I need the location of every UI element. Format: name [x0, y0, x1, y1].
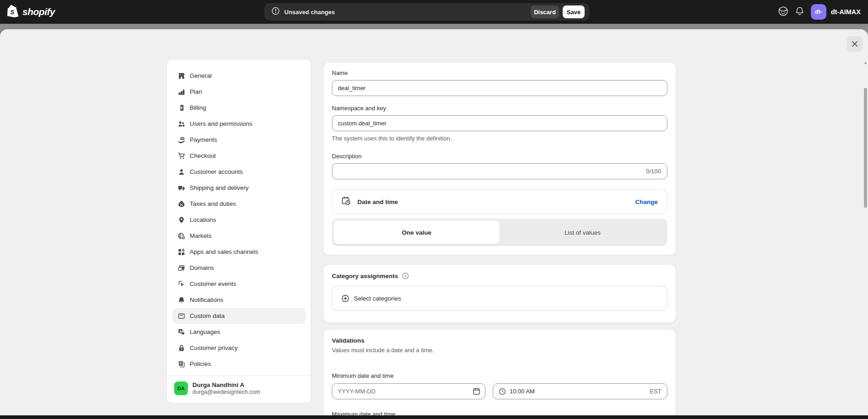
sidebar-item-locations[interactable]: Locations [172, 212, 306, 228]
sidebar-item-customer-privacy[interactable]: Customer privacy [172, 340, 306, 356]
sidebar-item-general[interactable]: General [172, 68, 306, 84]
sidebar-item-label: Apps and sales channels [190, 248, 258, 255]
store-avatar[interactable]: dt- [811, 4, 826, 20]
sidebar-item-label: Policies [190, 360, 211, 367]
sidebar-item-payments[interactable]: Payments [172, 132, 306, 148]
sidebar-item-policies[interactable]: Policies [172, 356, 306, 372]
content-type-row: Date and time Change [332, 189, 667, 214]
validations-title: Validations [332, 337, 364, 344]
name-label: Name [332, 70, 667, 76]
info-icon[interactable] [402, 272, 409, 279]
policies-icon [178, 360, 185, 368]
store-icon [178, 72, 185, 80]
namespace-label: Namespace and key [332, 105, 667, 112]
settings-modal: General Plan $ Billing Users and permiss… [0, 29, 868, 419]
user-email: durga@wedesigntech.com [192, 389, 260, 396]
save-button[interactable]: Save [563, 5, 585, 18]
min-time-select[interactable]: 10:00 AM EST [493, 383, 667, 399]
payments-icon [178, 136, 185, 144]
billing-icon: $ [178, 104, 185, 112]
cart-icon [178, 152, 185, 160]
validations-card: Validations Values must include a date a… [324, 330, 676, 419]
unsaved-changes-text: Unsaved changes [284, 9, 335, 16]
users-icon [178, 120, 185, 128]
discard-button[interactable]: Discard [531, 5, 559, 18]
description-counter: 0/100 [646, 163, 661, 179]
one-value-tab[interactable]: One value [334, 220, 500, 244]
sidebar-user[interactable]: DA Durga Nandhini A durga@wedesigntech.c… [167, 376, 311, 401]
select-categories-button[interactable]: Select categories [332, 286, 667, 311]
sidebar-item-customer-accounts[interactable]: Customer accounts [172, 164, 306, 180]
scroll-up-arrow[interactable]: ▲ [863, 61, 868, 65]
apps-grid-icon [178, 248, 185, 256]
sidebar-item-label: Domains [190, 264, 214, 271]
custom-data-icon [178, 312, 185, 320]
namespace-helper: The system uses this to identify the def… [332, 135, 667, 142]
sidebar-item-domains[interactable]: Domains [172, 260, 306, 276]
calendar-icon[interactable] [473, 387, 480, 397]
sidebar-item-label: Languages [190, 328, 220, 335]
category-assignments-title: Category assignments [332, 273, 398, 279]
content-type-label: Date and time [357, 199, 398, 205]
min-datetime-label: Minimum date and time [332, 373, 667, 379]
sidebar-item-billing[interactable]: $ Billing [172, 100, 306, 116]
globe-icon: $ [178, 232, 185, 240]
sidebar-item-label: Notifications [190, 296, 224, 303]
scrollbar-thumb[interactable] [864, 88, 867, 208]
sidebar-item-custom-data[interactable]: Custom data [172, 308, 306, 324]
sidebar-item-label: Shipping and delivery [190, 184, 249, 191]
sidebar-item-label: Customer privacy [190, 344, 238, 351]
plan-icon [178, 88, 185, 96]
sidebar-item-taxes[interactable]: Taxes and duties [172, 196, 306, 212]
sidebar-item-checkout[interactable]: Checkout [172, 148, 306, 164]
sidebar-item-apps-channels[interactable]: Apps and sales channels [172, 244, 306, 260]
min-time-value: 10:00 AM [510, 388, 535, 395]
sidekick-icon[interactable] [778, 6, 788, 18]
close-settings-button[interactable] [847, 36, 863, 52]
user-avatar: DA [174, 381, 188, 395]
sidebar-item-label: Billing [190, 104, 206, 111]
person-icon [178, 168, 185, 176]
list-of-values-tab[interactable]: List of values [500, 220, 666, 244]
min-timezone: EST [650, 388, 661, 395]
sidebar-item-markets[interactable]: $ Markets [172, 228, 306, 244]
main-scrollbar[interactable]: ▲ ▼ [863, 60, 868, 419]
settings-sidebar: General Plan $ Billing Users and permiss… [167, 60, 311, 403]
clock-icon [499, 388, 506, 395]
sidebar-item-notifications[interactable]: Notifications [172, 292, 306, 308]
shopify-bag-icon: S [7, 5, 19, 20]
sidebar-item-label: Taxes and duties [190, 200, 236, 207]
sidebar-item-customer-events[interactable]: Customer events [172, 276, 306, 292]
description-label: Description [332, 153, 667, 160]
close-icon [851, 40, 858, 48]
tax-bag-icon [178, 200, 185, 208]
location-pin-icon [178, 216, 185, 224]
sidebar-item-label: Locations [190, 216, 216, 223]
min-date-input[interactable] [332, 383, 485, 399]
shopify-logo[interactable]: S shopify [7, 0, 55, 24]
sidebar-item-label: Plan [190, 88, 202, 95]
sidebar-item-shipping[interactable]: Shipping and delivery [172, 180, 306, 196]
value-mode-segmented-control: One value List of values [332, 219, 667, 246]
sidebar-item-plan[interactable]: Plan [172, 84, 306, 100]
svg-text:S: S [10, 8, 14, 15]
sidebar-item-label: Customer accounts [190, 168, 243, 175]
change-type-link[interactable]: Change [635, 199, 658, 205]
user-name: Durga Nandhini A [192, 381, 260, 389]
namespace-input[interactable] [332, 115, 667, 131]
sidebar-item-languages[interactable]: A* Languages [172, 324, 306, 340]
alert-circle-icon [272, 7, 280, 17]
sidebar-item-users-permissions[interactable]: Users and permissions [172, 116, 306, 132]
bell-icon [178, 296, 185, 304]
languages-icon: A* [178, 328, 185, 336]
svg-text:$: $ [181, 105, 183, 109]
select-categories-label: Select categories [354, 295, 401, 302]
description-input[interactable] [332, 163, 667, 179]
lock-icon [178, 344, 185, 352]
notification-bell-icon[interactable] [795, 6, 804, 18]
store-name[interactable]: dt-AIMAX [831, 8, 861, 16]
domains-icon [178, 264, 185, 272]
definition-card: Name Namespace and key The system uses t… [324, 63, 676, 255]
name-input[interactable] [332, 80, 667, 96]
truck-icon [178, 184, 185, 192]
